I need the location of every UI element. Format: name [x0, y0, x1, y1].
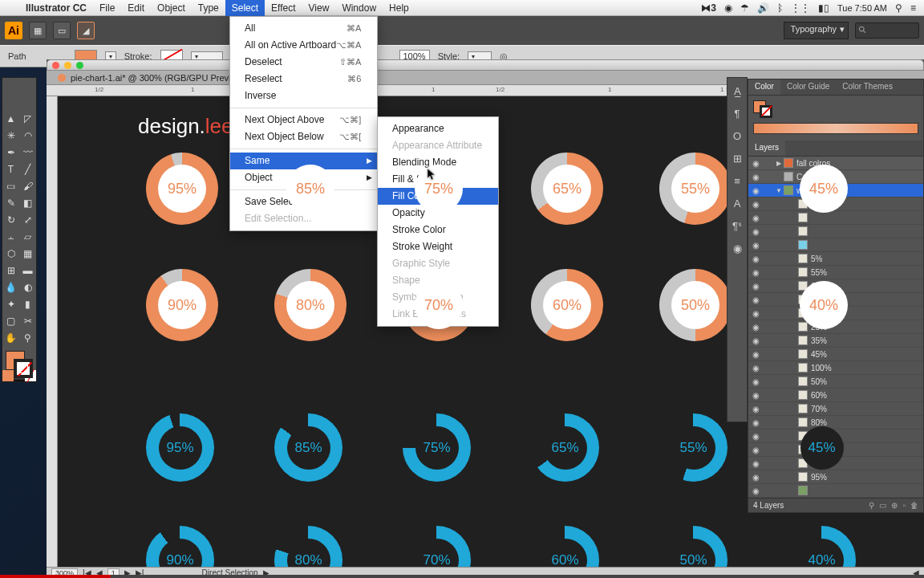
- layer-row[interactable]: ◉: [748, 211, 923, 225]
- new-sublayer-icon[interactable]: ⊕: [891, 501, 898, 510]
- layer-row[interactable]: ◉50%: [748, 375, 923, 389]
- pie-chart-30[interactable]: 30%: [916, 526, 924, 567]
- visibility-icon[interactable]: ◉: [748, 446, 763, 454]
- menu-type[interactable]: Type: [192, 0, 225, 16]
- visibility-icon[interactable]: ◉: [748, 241, 763, 250]
- free-transform[interactable]: ▱: [19, 228, 36, 245]
- shape-builder[interactable]: ⬡: [2, 245, 19, 262]
- layer-row[interactable]: ◉60%: [748, 389, 923, 402]
- layer-row[interactable]: ◉5%: [748, 252, 923, 266]
- app-menu[interactable]: Illustrator CC: [19, 2, 93, 14]
- pie-chart-95[interactable]: 95%: [146, 413, 214, 482]
- zoom-tool[interactable]: ⚲: [19, 329, 36, 346]
- paintbrush-tool[interactable]: 🖌: [19, 177, 36, 194]
- pie-chart-60[interactable]: 60%: [531, 269, 603, 341]
- scale-tool[interactable]: ⤢: [19, 211, 36, 228]
- layer-row[interactable]: ◉: [748, 484, 923, 498]
- bridge-icon[interactable]: ▦: [29, 22, 47, 39]
- perspective-tool[interactable]: ▦: [19, 245, 36, 262]
- visibility-icon[interactable]: ◉: [748, 377, 763, 386]
- menuitem-next-object-above[interactable]: Next Object Above⌥⌘]: [230, 112, 377, 128]
- menuitem-all[interactable]: All⌘A: [230, 20, 377, 37]
- magic-wand-tool[interactable]: ✳: [2, 127, 19, 144]
- color-spectrum[interactable]: [753, 123, 918, 134]
- panel-fill-stroke[interactable]: [753, 100, 776, 118]
- color-mode[interactable]: [2, 370, 14, 381]
- visibility-icon[interactable]: ◉: [748, 336, 763, 345]
- menu-effect[interactable]: Effect: [265, 0, 302, 16]
- visibility-icon[interactable]: ◉: [748, 323, 763, 332]
- make-clip-icon[interactable]: ▭: [879, 501, 886, 510]
- spotlight-icon[interactable]: ⚲: [895, 2, 902, 14]
- tab-color-guide[interactable]: Color Guide: [780, 79, 836, 95]
- bluetooth-icon[interactable]: ᛒ: [777, 2, 783, 14]
- twisty-icon[interactable]: ▼: [774, 187, 784, 194]
- symbol-sprayer[interactable]: ✦: [2, 295, 19, 312]
- pie-chart-85[interactable]: 85%: [274, 413, 342, 482]
- pie-chart-75[interactable]: 75%: [403, 413, 471, 482]
- layer-row[interactable]: ◉55%: [748, 266, 923, 279]
- visibility-icon[interactable]: ◉: [748, 309, 763, 318]
- layer-row[interactable]: ◉70%: [748, 402, 923, 416]
- tab-color[interactable]: Color: [748, 79, 780, 95]
- visibility-icon[interactable]: ◉: [748, 186, 763, 195]
- menu-help[interactable]: Help: [383, 0, 415, 16]
- pie-chart-80[interactable]: 80%: [274, 269, 346, 341]
- visibility-icon[interactable]: ◉: [748, 200, 763, 209]
- artboard-tool[interactable]: ▢: [2, 312, 19, 329]
- rectangle-tool[interactable]: ▭: [2, 177, 19, 194]
- visibility-icon[interactable]: ◉: [748, 405, 763, 413]
- stock-icon[interactable]: ◢: [77, 22, 95, 39]
- menu-view[interactable]: View: [302, 0, 336, 16]
- blend-tool[interactable]: ◐: [19, 279, 36, 295]
- delete-layer-icon[interactable]: 🗑: [910, 501, 918, 510]
- layer-row[interactable]: ◉45%: [748, 348, 923, 361]
- close-button[interactable]: [52, 62, 59, 69]
- visibility-icon[interactable]: ◉: [748, 159, 763, 168]
- visibility-icon[interactable]: ◉: [748, 418, 763, 427]
- visibility-icon[interactable]: ◉: [748, 459, 763, 468]
- menu-object[interactable]: Object: [151, 0, 192, 16]
- pie-chart-50[interactable]: 50%: [659, 526, 727, 567]
- hand-tool[interactable]: ✋: [2, 329, 19, 346]
- new-layer-icon[interactable]: ▫: [902, 501, 906, 510]
- arrange-icon[interactable]: ▭: [53, 22, 71, 39]
- lasso-tool[interactable]: ◠: [19, 127, 36, 144]
- tab-layers[interactable]: Layers: [748, 140, 785, 156]
- direct-selection-tool[interactable]: ◸: [19, 110, 36, 127]
- locate-layer-icon[interactable]: ⚲: [869, 501, 874, 510]
- visibility-icon[interactable]: ◉: [748, 391, 763, 400]
- para-styles-icon[interactable]: ¶ˢ: [731, 219, 744, 232]
- sync-icon[interactable]: ◉: [724, 2, 732, 14]
- menu-edit[interactable]: Edit: [121, 0, 151, 16]
- menu-file[interactable]: File: [93, 0, 121, 16]
- clock[interactable]: Tue 7:50 AM: [837, 3, 887, 13]
- video-progress[interactable]: [0, 575, 924, 578]
- selection-tool[interactable]: ▲: [2, 110, 19, 127]
- visibility-icon[interactable]: ◉: [748, 486, 763, 495]
- layer-row[interactable]: ◉80%: [748, 416, 923, 429]
- pie-chart-50[interactable]: 50%: [659, 269, 732, 341]
- eyedropper-tool[interactable]: 💧: [2, 279, 19, 295]
- visibility-icon[interactable]: ◉: [748, 227, 763, 236]
- visibility-icon[interactable]: ◉: [748, 173, 763, 181]
- rotate-tool[interactable]: ↻: [2, 211, 19, 228]
- wifi-icon[interactable]: ⋮⋮: [791, 2, 810, 14]
- appearance-panel-icon[interactable]: ◉: [731, 242, 744, 254]
- battery-icon[interactable]: ▮▯: [818, 2, 829, 14]
- pie-chart-60[interactable]: 60%: [531, 526, 599, 567]
- umbrella-icon[interactable]: ☂: [740, 2, 749, 14]
- menuitem-inverse[interactable]: Inverse: [230, 88, 377, 104]
- minimize-button[interactable]: [64, 62, 71, 69]
- char-styles-icon[interactable]: A: [731, 197, 744, 210]
- menuitem-stroke-color[interactable]: Stroke Color: [378, 222, 498, 238]
- mesh-tool[interactable]: ⊞: [2, 262, 19, 279]
- visibility-icon[interactable]: ◉: [748, 364, 763, 372]
- menu-window[interactable]: Window: [335, 0, 383, 16]
- volume-icon[interactable]: 🔊: [757, 2, 769, 14]
- menu-select[interactable]: Select: [225, 0, 265, 16]
- glyphs-panel-icon[interactable]: ⊞: [731, 152, 744, 165]
- pie-chart-80[interactable]: 80%: [274, 526, 342, 567]
- opentype-panel-icon[interactable]: O: [731, 129, 744, 142]
- visibility-icon[interactable]: ◉: [748, 214, 763, 222]
